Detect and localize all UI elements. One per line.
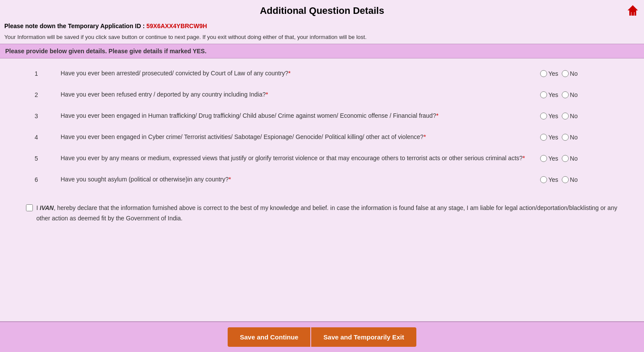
no-label-6: No [570, 176, 578, 183]
no-option-2[interactable]: No [562, 91, 578, 98]
question-row-4: 4 Have you ever been engaged in Cyber cr… [9, 126, 635, 148]
question-number-4: 4 [35, 134, 61, 141]
no-option-1[interactable]: No [562, 70, 578, 77]
info-text: Your Information will be saved if you cl… [0, 32, 644, 44]
no-label-1: No [570, 70, 578, 77]
question-options-6: Yes No [540, 176, 609, 183]
question-row-5: 5 Have you ever by any means or medium, … [9, 148, 635, 169]
no-label-5: No [570, 155, 578, 162]
question-text-6: Have you sought asylum (political or oth… [61, 175, 540, 184]
question-options-1: Yes No [540, 70, 609, 77]
no-radio-4[interactable] [562, 134, 569, 141]
question-number-6: 6 [35, 176, 61, 183]
question-options-5: Yes No [540, 155, 609, 162]
no-label-4: No [570, 134, 578, 141]
no-radio-3[interactable] [562, 113, 569, 119]
yes-option-4[interactable]: Yes [540, 134, 558, 141]
page-title: Additional Question Details [0, 5, 644, 16]
no-radio-5[interactable] [562, 155, 569, 162]
svg-rect-1 [631, 12, 634, 16]
yes-label-1: Yes [548, 70, 558, 77]
temp-id-value: 59X6AXX4YBRCW9H [146, 23, 207, 29]
declaration-content: I IVAN, hereby declare that the informat… [36, 203, 618, 224]
question-text-2: Have you ever been refused entry / depor… [61, 90, 540, 99]
yes-radio-6[interactable] [540, 176, 547, 183]
yes-radio-2[interactable] [540, 91, 547, 98]
yes-option-2[interactable]: Yes [540, 91, 558, 98]
required-marker-3: * [436, 112, 438, 119]
yes-option-3[interactable]: Yes [540, 113, 558, 119]
question-number-2: 2 [35, 91, 61, 98]
page-header: Additional Question Details [0, 0, 644, 20]
yes-radio-5[interactable] [540, 155, 547, 162]
question-row-2: 2 Have you ever been refused entry / dep… [9, 84, 635, 105]
no-radio-2[interactable] [562, 91, 569, 98]
temp-id-label: Please note down the Temporary Applicati… [4, 23, 145, 29]
no-option-4[interactable]: No [562, 134, 578, 141]
required-marker-4: * [424, 133, 426, 140]
notice-bar: Please provide below given details. Plea… [0, 44, 644, 58]
yes-option-5[interactable]: Yes [540, 155, 558, 162]
no-label-3: No [570, 113, 578, 119]
no-option-3[interactable]: No [562, 113, 578, 119]
yes-label-3: Yes [548, 113, 558, 119]
question-options-3: Yes No [540, 113, 609, 119]
content-body: Please note down the Temporary Applicati… [0, 20, 644, 265]
declaration-text: I IVAN, hereby declare that the informat… [26, 203, 618, 224]
question-row-1: 1 Have you ever been arrested/ prosecute… [9, 63, 635, 84]
question-row-6: 6 Have you sought asylum (political or o… [9, 169, 635, 190]
yes-radio-1[interactable] [540, 70, 547, 77]
no-label-2: No [570, 91, 578, 98]
yes-radio-3[interactable] [540, 113, 547, 119]
question-text-4: Have you ever been engaged in Cyber crim… [61, 132, 540, 142]
yes-option-6[interactable]: Yes [540, 176, 558, 183]
question-text-3: Have you ever been engaged in Human traf… [61, 111, 540, 120]
required-marker-6: * [229, 176, 231, 183]
required-marker-2: * [266, 91, 268, 98]
declaration-checkbox[interactable] [26, 204, 33, 211]
page-wrapper: Additional Question Details Please note … [0, 0, 644, 352]
declaration-label[interactable]: I IVAN, hereby declare that the informat… [26, 203, 618, 224]
yes-option-1[interactable]: Yes [540, 70, 558, 77]
declaration-name: IVAN [40, 204, 54, 211]
question-text-5: Have you ever by any means or medium, ex… [61, 154, 540, 163]
save-continue-button[interactable]: Save and Continue [228, 327, 310, 347]
yes-label-6: Yes [548, 176, 558, 183]
no-option-6[interactable]: No [562, 176, 578, 183]
question-options-4: Yes No [540, 134, 609, 141]
question-options-2: Yes No [540, 91, 609, 98]
required-marker-1: * [288, 70, 290, 77]
questions-area: 1 Have you ever been arrested/ prosecute… [0, 58, 644, 194]
question-number-3: 3 [35, 113, 61, 119]
question-row-3: 3 Have you ever been engaged in Human tr… [9, 105, 635, 126]
required-marker-5: * [523, 155, 525, 161]
no-radio-6[interactable] [562, 176, 569, 183]
no-radio-1[interactable] [562, 70, 569, 77]
question-number-5: 5 [35, 155, 61, 162]
no-option-5[interactable]: No [562, 155, 578, 162]
footer-buttons: Save and Continue Save and Temporarily E… [0, 321, 644, 352]
yes-label-4: Yes [548, 134, 558, 141]
yes-label-2: Yes [548, 91, 558, 98]
question-number-1: 1 [35, 70, 61, 77]
save-exit-button[interactable]: Save and Temporarily Exit [311, 327, 416, 347]
home-icon[interactable] [626, 3, 640, 17]
yes-radio-4[interactable] [540, 134, 547, 141]
declaration-area: I IVAN, hereby declare that the informat… [0, 194, 644, 231]
temp-id-row: Please note down the Temporary Applicati… [0, 20, 644, 32]
yes-label-5: Yes [548, 155, 558, 162]
question-text-1: Have you ever been arrested/ prosecuted/… [61, 69, 540, 78]
